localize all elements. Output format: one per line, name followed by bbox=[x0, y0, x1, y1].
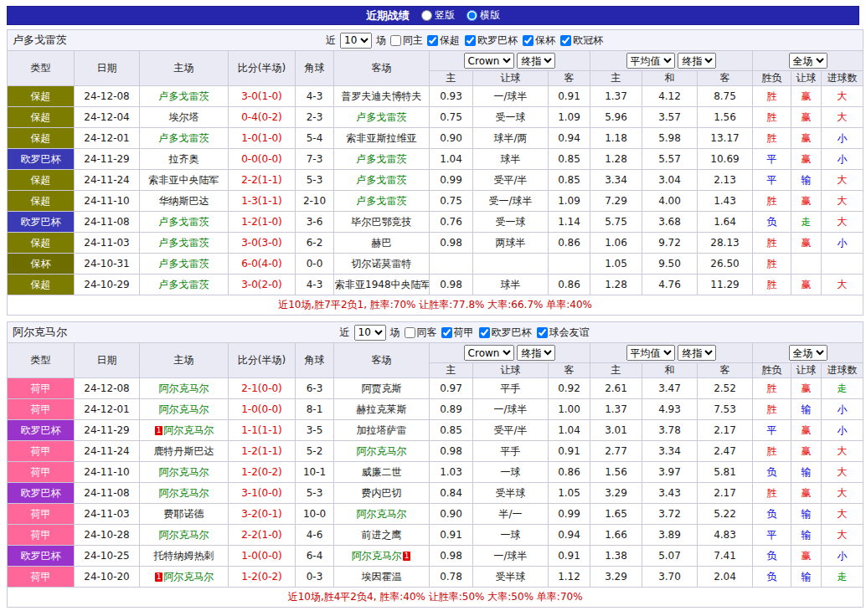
team-name[interactable]: 卢多戈雷茨 bbox=[357, 174, 407, 186]
team-name[interactable]: 埃因霍温 bbox=[362, 571, 402, 583]
avg-index-select[interactable]: 终指 bbox=[678, 53, 716, 69]
home-team[interactable]: 费耶诺德 bbox=[140, 504, 229, 525]
bookmaker-select[interactable]: Crown bbox=[464, 53, 514, 69]
view-option-vertical[interactable]: 竖版 bbox=[421, 8, 455, 23]
away-team[interactable]: 切尔诺莫雷特 bbox=[334, 254, 430, 275]
league-checkbox[interactable] bbox=[441, 327, 452, 338]
away-team[interactable]: 阿尔克马尔 bbox=[334, 441, 430, 462]
team-name[interactable]: 阿贾克斯 bbox=[362, 382, 402, 394]
league-filter[interactable]: 保杯 bbox=[523, 33, 555, 48]
team-name[interactable]: 前进之鹰 bbox=[362, 529, 402, 541]
away-team[interactable]: 卢多戈雷茨 bbox=[334, 191, 430, 212]
league-filter[interactable]: 保超 bbox=[427, 33, 460, 48]
away-team[interactable]: 前进之鹰 bbox=[334, 525, 430, 546]
away-team[interactable]: 索非亚1948中央陆军 bbox=[334, 275, 430, 295]
team-name[interactable]: 卢多戈雷茨 bbox=[357, 111, 407, 123]
league-checkbox[interactable] bbox=[523, 35, 534, 46]
home-team[interactable]: 埃尔塔 bbox=[140, 107, 229, 128]
match-count-select[interactable]: 10 bbox=[340, 33, 372, 49]
away-team[interactable]: 索非亚斯拉维亚 bbox=[334, 128, 430, 149]
away-team[interactable]: 阿尔克马尔 bbox=[334, 504, 430, 525]
team-name[interactable]: 索非亚1948中央陆军 bbox=[335, 279, 430, 290]
handicap-index-select[interactable]: 终指 bbox=[517, 345, 555, 361]
team-name[interactable]: 华纳斯巴达 bbox=[159, 195, 209, 207]
away-team[interactable]: 阿尔克马尔1 bbox=[334, 546, 430, 567]
team-name[interactable]: 埃尔塔 bbox=[169, 111, 199, 123]
avg-index-select[interactable]: 终指 bbox=[678, 345, 716, 361]
same-side-checkbox[interactable] bbox=[390, 35, 401, 46]
home-team[interactable]: 卢多戈雷茨 bbox=[140, 86, 229, 107]
match-count-select[interactable]: 10 bbox=[354, 325, 386, 341]
league-checkbox[interactable] bbox=[560, 35, 571, 46]
team-name[interactable]: 卢多戈雷茨 bbox=[159, 237, 209, 249]
league-filter[interactable]: 球会友谊 bbox=[537, 326, 590, 340]
team-name[interactable]: 赫巴 bbox=[372, 237, 392, 249]
home-team[interactable]: 索非亚中央陆军 bbox=[140, 170, 229, 191]
home-team[interactable]: 阿尔克马尔 bbox=[140, 399, 229, 420]
away-team[interactable]: 普罗夫迪夫博特夫 bbox=[334, 86, 430, 107]
away-team[interactable]: 赫拉克莱斯 bbox=[334, 399, 430, 420]
team-name[interactable]: 鹿特丹斯巴达 bbox=[154, 445, 214, 457]
period-select[interactable]: 全场 bbox=[789, 53, 827, 69]
period-select[interactable]: 全场 bbox=[789, 345, 827, 361]
home-team[interactable]: 阿尔克马尔 bbox=[140, 378, 229, 399]
away-team[interactable]: 埃因霍温 bbox=[334, 567, 430, 588]
away-team[interactable]: 卢多戈雷茨 bbox=[334, 107, 430, 128]
home-team[interactable]: 卢多戈雷茨 bbox=[140, 212, 229, 233]
team-name[interactable]: 阿尔克马尔 bbox=[163, 424, 214, 436]
same-side-filter[interactable]: 同客 bbox=[405, 326, 437, 340]
home-team[interactable]: 1阿尔克马尔 bbox=[140, 420, 229, 441]
league-checkbox[interactable] bbox=[427, 35, 438, 46]
same-side-filter[interactable]: 同主 bbox=[390, 33, 423, 48]
team-name[interactable]: 阿尔克马尔 bbox=[159, 487, 209, 499]
team-name[interactable]: 毕尔巴鄂竞技 bbox=[352, 216, 412, 228]
team-name[interactable]: 卢多戈雷茨 bbox=[159, 258, 209, 270]
home-team[interactable]: 鹿特丹斯巴达 bbox=[140, 441, 229, 462]
league-checkbox[interactable] bbox=[537, 327, 548, 338]
home-team[interactable]: 拉齐奥 bbox=[140, 149, 229, 170]
team-name[interactable]: 卢多戈雷茨 bbox=[159, 90, 209, 102]
team-name[interactable]: 卢多戈雷茨 bbox=[159, 216, 209, 228]
horizontal-view-radio[interactable] bbox=[467, 10, 477, 21]
team-name[interactable]: 切尔诺莫雷特 bbox=[352, 258, 412, 270]
team-name[interactable]: 阿尔克马尔 bbox=[159, 466, 209, 478]
away-team[interactable]: 卢多戈雷茨 bbox=[334, 149, 430, 170]
team-name[interactable]: 阿尔克马尔 bbox=[357, 508, 407, 520]
team-name[interactable]: 费内巴切 bbox=[362, 487, 402, 499]
team-name[interactable]: 拉齐奥 bbox=[169, 153, 199, 165]
league-checkbox[interactable] bbox=[479, 327, 490, 338]
avg-odds-select[interactable]: 平均值 bbox=[626, 345, 675, 361]
avg-odds-select[interactable]: 平均值 bbox=[626, 53, 675, 69]
home-team[interactable]: 阿尔克马尔 bbox=[140, 483, 229, 504]
team-name[interactable]: 普罗夫迪夫博特夫 bbox=[342, 90, 422, 102]
team-name[interactable]: 阿尔克马尔 bbox=[163, 571, 214, 583]
team-name[interactable]: 威廉二世 bbox=[362, 466, 402, 478]
league-filter[interactable]: 欧罗巴杯 bbox=[479, 326, 532, 340]
away-team[interactable]: 卢多戈雷茨 bbox=[334, 170, 430, 191]
home-team[interactable]: 1阿尔克马尔 bbox=[140, 567, 229, 588]
team-name[interactable]: 费耶诺德 bbox=[164, 508, 204, 520]
same-side-checkbox[interactable] bbox=[405, 327, 415, 338]
home-team[interactable]: 卢多戈雷茨 bbox=[140, 233, 229, 254]
league-filter[interactable]: 荷甲 bbox=[441, 326, 474, 340]
team-name[interactable]: 阿尔克马尔 bbox=[159, 382, 209, 394]
team-name[interactable]: 索非亚斯拉维亚 bbox=[347, 132, 417, 144]
team-name[interactable]: 阿尔克马尔 bbox=[352, 550, 402, 562]
away-team[interactable]: 阿贾克斯 bbox=[334, 378, 430, 399]
home-team[interactable]: 卢多戈雷茨 bbox=[140, 275, 229, 295]
home-team[interactable]: 阿尔克马尔 bbox=[140, 462, 229, 483]
vertical-view-radio[interactable] bbox=[421, 10, 432, 21]
bookmaker-select[interactable]: Crown bbox=[464, 345, 514, 361]
team-name[interactable]: 卢多戈雷茨 bbox=[357, 153, 407, 165]
home-team[interactable]: 托特纳姆热刺 bbox=[140, 546, 229, 567]
team-name[interactable]: 阿尔克马尔 bbox=[357, 445, 407, 457]
league-filter[interactable]: 欧罗巴杯 bbox=[465, 33, 518, 48]
home-team[interactable]: 卢多戈雷茨 bbox=[140, 254, 229, 275]
home-team[interactable]: 阿尔克马尔 bbox=[140, 525, 229, 546]
away-team[interactable]: 毕尔巴鄂竞技 bbox=[334, 212, 430, 233]
away-team[interactable]: 威廉二世 bbox=[334, 462, 430, 483]
away-team[interactable]: 费内巴切 bbox=[334, 483, 430, 504]
handicap-index-select[interactable]: 终指 bbox=[517, 53, 555, 69]
team-name[interactable]: 索非亚中央陆军 bbox=[149, 174, 219, 186]
league-filter[interactable]: 欧冠杯 bbox=[560, 33, 603, 48]
